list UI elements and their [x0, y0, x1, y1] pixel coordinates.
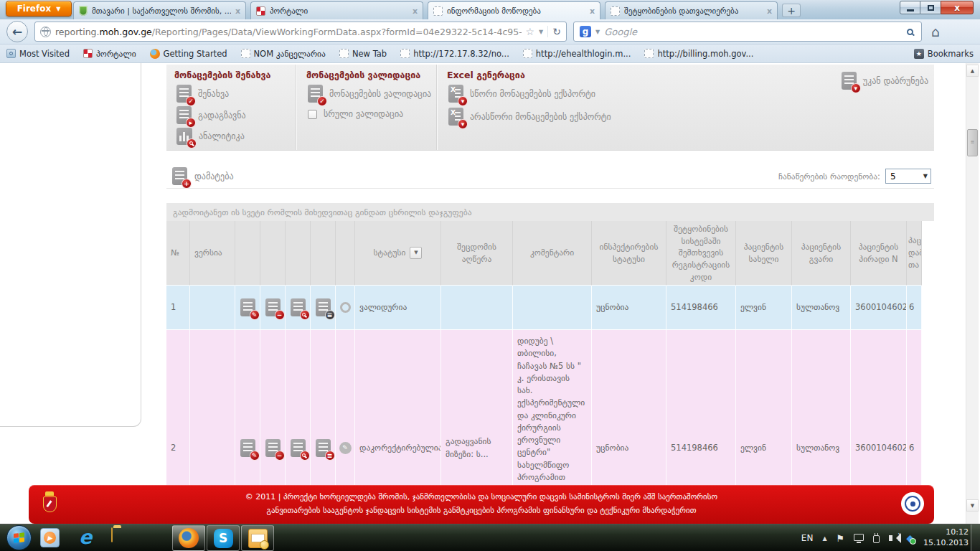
minimize-button[interactable]: [900, 1, 920, 14]
column-header-personal-n[interactable]: პაციენტის პირადი N: [851, 221, 907, 286]
analytics-button[interactable]: ანალიტიკა: [176, 128, 245, 145]
column-header-num[interactable]: №: [166, 221, 190, 286]
georgia-coat-of-arms-icon: [40, 491, 59, 517]
row-view-button[interactable]: [286, 286, 311, 330]
records-count-value: 5: [890, 171, 896, 182]
network-icon[interactable]: [854, 534, 864, 541]
row-radio[interactable]: [336, 286, 355, 330]
home-button[interactable]: ⌂: [931, 24, 940, 39]
column-header-error[interactable]: შეცდომის აღწერა: [441, 221, 513, 286]
url-dropdown-icon[interactable]: ▼: [539, 29, 543, 35]
footer-line1: © 2011 | პროექტი ხორციელდება შრომის, ჯან…: [245, 491, 717, 504]
status-filter-button[interactable]: ▼: [410, 247, 422, 259]
bookmark-most-visited[interactable]: Most Visited: [6, 49, 70, 59]
scrollbar-thumb[interactable]: ≡: [967, 129, 978, 156]
bookmark-billing[interactable]: http://billing.moh.gov...: [644, 49, 753, 59]
column-header-first-name[interactable]: პაციენტის სახელი: [736, 221, 792, 286]
scroll-up-icon[interactable]: ▲: [966, 65, 979, 77]
taskbar-outlook-button[interactable]: [241, 525, 274, 551]
records-count-select[interactable]: 5 ▼: [885, 169, 931, 184]
action-center-flag-icon[interactable]: ⚑: [837, 533, 845, 544]
language-indicator[interactable]: EN: [801, 533, 814, 543]
show-bookmarks-button[interactable]: ★Bookmarks: [914, 49, 974, 59]
column-header-birth-clipped[interactable]: პაც დაბ თა: [907, 221, 922, 286]
export-invalid-button[interactable]: ▾ არასწორი მონაცემების ექსპორტი: [448, 108, 611, 126]
validate-doc-icon: ✓: [308, 85, 323, 103]
tab-title: შეტყობინების დათვალიერება: [624, 6, 763, 16]
reload-icon[interactable]: ↻: [547, 26, 561, 37]
add-record-button[interactable]: + დამატება: [172, 167, 234, 185]
search-placeholder: Google: [604, 27, 903, 37]
tab-close-icon[interactable]: x: [590, 6, 595, 16]
scroll-down-icon[interactable]: ▼: [966, 499, 979, 512]
validate-button[interactable]: ✓ მონაცემების ვალიდაცია: [308, 85, 431, 103]
column-header-log: [311, 221, 336, 286]
tab-close-icon[interactable]: x: [767, 6, 772, 16]
column-header-reg-code[interactable]: შეტყობინების სისტემაში შემთხვევის რეგისტ…: [666, 221, 736, 286]
tab-close-icon[interactable]: x: [235, 6, 240, 16]
bookmark-portal[interactable]: პორტალი: [83, 49, 136, 59]
back-button[interactable]: ←: [6, 21, 28, 42]
start-button[interactable]: [6, 525, 32, 550]
group-validation: მონაცემების ვალიდაცია ✓ მონაცემების ვალი…: [296, 65, 436, 150]
export-valid-button[interactable]: ▾ სწორი მონაცემების ექსპორტი: [448, 85, 595, 103]
row-delete-button[interactable]: −: [260, 286, 286, 330]
taskbar-skype-button[interactable]: S: [207, 525, 240, 551]
tray-expand-icon[interactable]: ▲: [822, 535, 826, 542]
tab-portal[interactable]: პორტალი x: [250, 1, 423, 19]
tab-information-active[interactable]: ინფორმაციის მოწოდება x: [428, 1, 600, 19]
firefox-menu-button[interactable]: Firefox ▼: [6, 1, 72, 17]
view-doc-icon: [291, 439, 306, 457]
column-header-version[interactable]: ვერსია: [190, 221, 235, 286]
save-button[interactable]: ✓ შენახვა: [176, 85, 229, 103]
column-header-comment[interactable]: კომენტარი: [513, 221, 592, 286]
tab-close-icon[interactable]: x: [413, 6, 418, 16]
edit-doc-icon: ✎: [240, 439, 255, 457]
go-back-button[interactable]: ▾ უკან დაბრუნება: [842, 72, 928, 90]
tab-strip: მთავარი | საქართველოს შრომის, ... x პორტ…: [73, 1, 801, 19]
full-validation-option[interactable]: სრული ვალიდაცია: [308, 109, 403, 119]
dropbox-icon[interactable]: ◆: [906, 533, 914, 543]
column-header-select: [336, 221, 355, 286]
search-icon[interactable]: [907, 29, 913, 35]
analytics-label: ანალიტიკა: [199, 131, 245, 141]
url-bar[interactable]: reporting.moh.gov.ge/Reporting/Pages/Dat…: [34, 22, 567, 42]
column-header-last-name[interactable]: პაციენტის გვარი: [792, 221, 851, 286]
power-icon[interactable]: [873, 535, 880, 543]
taskbar-explorer-button[interactable]: [111, 528, 113, 542]
bookmark-nom[interactable]: NOM კანცელარია: [241, 49, 326, 59]
show-desktop-button[interactable]: [971, 524, 980, 551]
bookmark-getting-started[interactable]: Getting Started: [150, 49, 227, 59]
bookmark-ip[interactable]: http://172.17.8.32/no...: [400, 49, 509, 59]
new-tab-button[interactable]: +: [782, 4, 801, 17]
column-header-status[interactable]: სტატუსი ▼: [355, 221, 441, 286]
row-log-button[interactable]: ≡: [311, 286, 336, 330]
restore-button[interactable]: [920, 1, 941, 14]
taskbar-wmp-button[interactable]: ▶: [40, 528, 60, 547]
tab-home[interactable]: მთავარი | საქართველოს შრომის, ... x: [73, 1, 246, 19]
system-tray: EN ▲ ⚑ ◆ 10:12 15.10.2013: [801, 524, 969, 551]
excel-doc-icon: ▾: [448, 108, 463, 126]
taskbar-firefox-button[interactable]: [172, 525, 205, 551]
vertical-scrollbar[interactable]: ▲ ≡ ▼: [966, 63, 979, 524]
cell-version: [190, 286, 235, 330]
send-button[interactable]: ▸ გადაგზავნა: [176, 106, 246, 124]
search-box[interactable]: g ▼ Google: [573, 22, 922, 42]
search-engine-dropdown-icon[interactable]: ▼: [595, 29, 600, 35]
volume-icon[interactable]: [889, 535, 892, 541]
bookmark-new-tab[interactable]: New Tab: [339, 49, 387, 59]
tab-messages[interactable]: შეტყობინების დათვალიერება x: [605, 1, 778, 19]
column-header-inspection[interactable]: ინსპექტირების სტატუსი: [592, 221, 666, 286]
taskbar-ie-button[interactable]: e: [79, 527, 92, 547]
bookmark-star-icon[interactable]: ☆: [526, 26, 535, 37]
skype-icon: S: [214, 529, 233, 548]
clock[interactable]: 10:12 15.10.2013: [923, 527, 969, 549]
bookmark-ehealth[interactable]: http://ehealthlogin.m...: [523, 49, 631, 59]
dashed-favicon: [433, 6, 443, 16]
close-button[interactable]: x: [941, 1, 974, 14]
row-edit-button[interactable]: ✎: [235, 286, 260, 330]
bookmarks-label: Bookmarks: [928, 49, 974, 59]
full-validation-checkbox[interactable]: [308, 110, 317, 119]
window-controls: x: [900, 1, 974, 14]
group-drop-zone[interactable]: გადმოიტანეთ ის სვეტი რომლის მიხედვითაც გ…: [166, 203, 934, 221]
